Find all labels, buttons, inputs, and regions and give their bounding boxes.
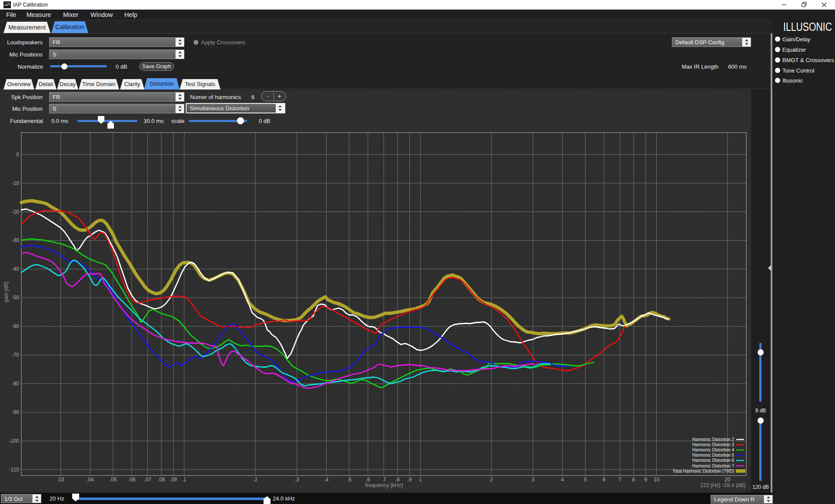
- svg-text:-60: -60: [12, 323, 20, 329]
- svg-text:frequency [kHz]: frequency [kHz]: [365, 482, 403, 488]
- svg-text:Harmonic Distortion 6: Harmonic Distortion 6: [692, 458, 735, 463]
- svg-text:-40: -40: [12, 266, 20, 272]
- svg-text:4: 4: [561, 477, 564, 483]
- svg-text:Harmonic Distortion 2: Harmonic Distortion 2: [692, 437, 735, 442]
- svg-text:.7: .7: [381, 477, 386, 483]
- svg-text:3: 3: [531, 477, 534, 483]
- svg-text:.1: .1: [182, 477, 186, 483]
- svg-text:-90: -90: [12, 409, 20, 415]
- svg-text:-10: -10: [12, 180, 20, 186]
- svg-text:-100: -100: [9, 438, 19, 444]
- svg-text:20: 20: [725, 477, 731, 483]
- svg-text:gain [dB]: gain [dB]: [3, 282, 9, 302]
- svg-text:-110: -110: [9, 467, 19, 473]
- svg-text:.05: .05: [110, 477, 117, 483]
- svg-text:Harmonic Distortion 5: Harmonic Distortion 5: [692, 453, 735, 458]
- svg-text:.06: .06: [128, 477, 136, 483]
- svg-text:.08: .08: [158, 477, 165, 483]
- svg-text:Harmonic Distortion 7: Harmonic Distortion 7: [692, 464, 735, 468]
- svg-text:-20: -20: [12, 209, 20, 215]
- svg-text:0: 0: [16, 152, 19, 158]
- svg-text:222 [Hz] -28.4 [dB]: 222 [Hz] -28.4 [dB]: [700, 482, 745, 488]
- svg-text:1: 1: [419, 477, 422, 483]
- svg-text:6: 6: [603, 477, 606, 483]
- svg-text:.2: .2: [253, 477, 257, 483]
- svg-text:ILLUSONIC: ILLUSONIC: [783, 20, 832, 33]
- svg-text:7: 7: [618, 477, 621, 483]
- svg-text:8: 8: [632, 477, 635, 483]
- svg-text:.07: .07: [144, 477, 151, 483]
- svg-text:.3: .3: [295, 477, 299, 483]
- svg-text:.09: .09: [170, 477, 177, 483]
- svg-text:-80: -80: [12, 381, 20, 387]
- svg-text:.8: .8: [395, 477, 400, 483]
- svg-text:10: 10: [654, 477, 660, 483]
- svg-text:.9: .9: [407, 477, 412, 483]
- svg-text:Harmonic Distortion 3: Harmonic Distortion 3: [692, 442, 735, 447]
- svg-text:.03: .03: [57, 477, 64, 483]
- svg-text:9: 9: [644, 477, 647, 483]
- svg-text:.5: .5: [347, 477, 351, 483]
- svg-text:Total Harmonic Distortion (THD: Total Harmonic Distortion (THD): [672, 469, 734, 474]
- svg-text:5: 5: [584, 477, 587, 483]
- svg-text:.4: .4: [324, 477, 328, 483]
- svg-text:2: 2: [490, 477, 493, 483]
- svg-text:-50: -50: [12, 295, 20, 301]
- svg-text:.04: .04: [87, 477, 94, 483]
- svg-text:-70: -70: [12, 352, 20, 358]
- svg-text:Harmonic Distortion 4: Harmonic Distortion 4: [692, 448, 735, 452]
- svg-text:.6: .6: [366, 477, 370, 483]
- svg-text:-30: -30: [12, 237, 20, 243]
